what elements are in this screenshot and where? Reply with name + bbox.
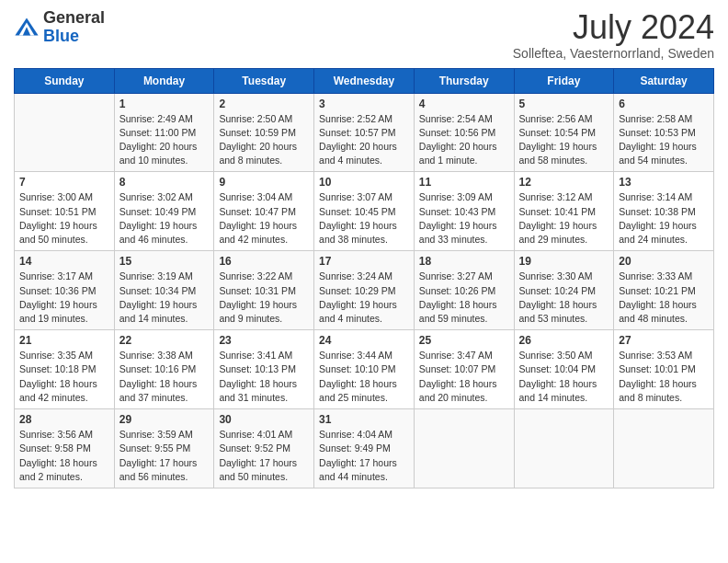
day-number: 18 [419, 255, 509, 268]
calendar-day-cell: 9Sunrise: 3:04 AMSunset: 10:47 PMDayligh… [214, 172, 314, 251]
day-info: Sunrise: 3:53 AMSunset: 10:01 PMDaylight… [619, 349, 709, 405]
calendar-week-row: 21Sunrise: 3:35 AMSunset: 10:18 PMDaylig… [15, 330, 714, 409]
day-info: Sunrise: 3:22 AMSunset: 10:31 PMDaylight… [219, 270, 309, 326]
day-number: 14 [19, 255, 109, 268]
dow-header: Thursday [414, 68, 514, 93]
day-info: Sunrise: 2:58 AMSunset: 10:53 PMDaylight… [619, 112, 709, 168]
day-info: Sunrise: 3:24 AMSunset: 10:29 PMDaylight… [319, 270, 409, 326]
day-number: 31 [319, 413, 409, 426]
calendar-day-cell: 8Sunrise: 3:02 AMSunset: 10:49 PMDayligh… [114, 172, 214, 251]
calendar-day-cell: 11Sunrise: 3:09 AMSunset: 10:43 PMDaylig… [414, 172, 514, 251]
day-info: Sunrise: 3:09 AMSunset: 10:43 PMDaylight… [419, 190, 509, 247]
calendar-day-cell: 23Sunrise: 3:41 AMSunset: 10:13 PMDaylig… [214, 330, 314, 409]
day-info: Sunrise: 4:01 AMSunset: 9:52 PMDaylight:… [219, 428, 309, 484]
calendar-day-cell: 13Sunrise: 3:14 AMSunset: 10:38 PMDaylig… [614, 172, 714, 251]
calendar-day-cell: 28Sunrise: 3:56 AMSunset: 9:58 PMDayligh… [15, 409, 115, 488]
calendar-day-cell: 31Sunrise: 4:04 AMSunset: 9:49 PMDayligh… [314, 409, 415, 488]
day-info: Sunrise: 3:00 AMSunset: 10:51 PMDaylight… [19, 190, 109, 247]
calendar-day-cell: 10Sunrise: 3:07 AMSunset: 10:45 PMDaylig… [314, 172, 415, 251]
calendar-day-cell: 22Sunrise: 3:38 AMSunset: 10:16 PMDaylig… [114, 330, 214, 409]
calendar-day-cell: 3Sunrise: 2:52 AMSunset: 10:57 PMDayligh… [314, 93, 415, 172]
day-info: Sunrise: 3:12 AMSunset: 10:41 PMDaylight… [519, 190, 609, 247]
day-number: 27 [619, 334, 709, 347]
page-header: General Blue July 2024 Solleftea, Vaeste… [14, 9, 714, 61]
day-number: 7 [19, 176, 109, 189]
day-number: 20 [619, 255, 709, 268]
day-info: Sunrise: 3:59 AMSunset: 9:55 PMDaylight:… [119, 428, 210, 484]
day-info: Sunrise: 2:52 AMSunset: 10:57 PMDaylight… [319, 112, 409, 168]
dow-header: Tuesday [214, 68, 314, 93]
calendar-table: SundayMondayTuesdayWednesdayThursdayFrid… [14, 68, 714, 488]
day-number: 26 [519, 334, 609, 347]
day-info: Sunrise: 3:19 AMSunset: 10:34 PMDaylight… [119, 270, 210, 326]
day-info: Sunrise: 2:49 AMSunset: 11:00 PMDaylight… [119, 112, 210, 168]
day-number: 28 [19, 413, 109, 426]
calendar-day-cell: 15Sunrise: 3:19 AMSunset: 10:34 PMDaylig… [114, 251, 214, 330]
day-info: Sunrise: 3:30 AMSunset: 10:24 PMDaylight… [519, 270, 609, 326]
calendar-day-cell: 21Sunrise: 3:35 AMSunset: 10:18 PMDaylig… [15, 330, 115, 409]
calendar-day-cell: 17Sunrise: 3:24 AMSunset: 10:29 PMDaylig… [314, 251, 415, 330]
dow-header: Saturday [614, 68, 714, 93]
calendar-day-cell: 16Sunrise: 3:22 AMSunset: 10:31 PMDaylig… [214, 251, 314, 330]
calendar-day-cell: 4Sunrise: 2:54 AMSunset: 10:56 PMDayligh… [414, 93, 514, 172]
day-number: 22 [119, 334, 210, 347]
day-info: Sunrise: 3:38 AMSunset: 10:16 PMDaylight… [119, 349, 210, 405]
day-info: Sunrise: 3:14 AMSunset: 10:38 PMDaylight… [619, 190, 709, 247]
day-number: 16 [219, 255, 309, 268]
day-number: 30 [219, 413, 309, 426]
day-number: 1 [119, 98, 210, 110]
calendar-day-cell: 19Sunrise: 3:30 AMSunset: 10:24 PMDaylig… [514, 251, 614, 330]
calendar-day-cell [614, 409, 714, 488]
calendar-day-cell: 26Sunrise: 3:50 AMSunset: 10:04 PMDaylig… [514, 330, 614, 409]
logo-icon [14, 15, 40, 40]
day-info: Sunrise: 2:54 AMSunset: 10:56 PMDaylight… [419, 112, 509, 168]
days-of-week-row: SundayMondayTuesdayWednesdayThursdayFrid… [15, 68, 714, 93]
calendar-day-cell [514, 409, 614, 488]
calendar-day-cell: 5Sunrise: 2:56 AMSunset: 10:54 PMDayligh… [514, 93, 614, 172]
day-number: 6 [619, 98, 709, 110]
day-info: Sunrise: 3:35 AMSunset: 10:18 PMDaylight… [19, 349, 109, 405]
day-info: Sunrise: 2:56 AMSunset: 10:54 PMDaylight… [519, 112, 609, 168]
calendar-day-cell: 2Sunrise: 2:50 AMSunset: 10:59 PMDayligh… [214, 93, 314, 172]
day-number: 13 [619, 176, 709, 189]
day-info: Sunrise: 3:17 AMSunset: 10:36 PMDaylight… [19, 270, 109, 326]
day-number: 11 [419, 176, 509, 189]
calendar-day-cell: 25Sunrise: 3:47 AMSunset: 10:07 PMDaylig… [414, 330, 514, 409]
day-number: 2 [219, 98, 309, 110]
day-info: Sunrise: 2:50 AMSunset: 10:59 PMDaylight… [219, 112, 309, 168]
calendar-day-cell: 27Sunrise: 3:53 AMSunset: 10:01 PMDaylig… [614, 330, 714, 409]
day-info: Sunrise: 3:04 AMSunset: 10:47 PMDaylight… [219, 190, 309, 247]
day-info: Sunrise: 3:50 AMSunset: 10:04 PMDaylight… [519, 349, 609, 405]
day-info: Sunrise: 4:04 AMSunset: 9:49 PMDaylight:… [319, 428, 409, 484]
day-info: Sunrise: 3:33 AMSunset: 10:21 PMDaylight… [619, 270, 709, 326]
calendar-body: 1Sunrise: 2:49 AMSunset: 11:00 PMDayligh… [15, 93, 714, 488]
day-number: 24 [319, 334, 409, 347]
day-info: Sunrise: 3:41 AMSunset: 10:13 PMDaylight… [219, 349, 309, 405]
calendar-day-cell [15, 93, 115, 172]
calendar-day-cell: 12Sunrise: 3:12 AMSunset: 10:41 PMDaylig… [514, 172, 614, 251]
day-info: Sunrise: 3:07 AMSunset: 10:45 PMDaylight… [319, 190, 409, 247]
calendar-day-cell: 6Sunrise: 2:58 AMSunset: 10:53 PMDayligh… [614, 93, 714, 172]
calendar-day-cell: 18Sunrise: 3:27 AMSunset: 10:26 PMDaylig… [414, 251, 514, 330]
day-number: 29 [119, 413, 210, 426]
day-info: Sunrise: 3:56 AMSunset: 9:58 PMDaylight:… [19, 428, 109, 484]
logo-text: General Blue [43, 9, 105, 46]
day-number: 12 [519, 176, 609, 189]
day-number: 9 [219, 176, 309, 189]
day-number: 19 [519, 255, 609, 268]
calendar-week-row: 28Sunrise: 3:56 AMSunset: 9:58 PMDayligh… [15, 409, 714, 488]
calendar-day-cell: 7Sunrise: 3:00 AMSunset: 10:51 PMDayligh… [15, 172, 115, 251]
day-info: Sunrise: 3:47 AMSunset: 10:07 PMDaylight… [419, 349, 509, 405]
day-number: 17 [319, 255, 409, 268]
calendar-day-cell: 20Sunrise: 3:33 AMSunset: 10:21 PMDaylig… [614, 251, 714, 330]
calendar-day-cell: 29Sunrise: 3:59 AMSunset: 9:55 PMDayligh… [114, 409, 214, 488]
calendar-day-cell [414, 409, 514, 488]
day-info: Sunrise: 3:27 AMSunset: 10:26 PMDaylight… [419, 270, 509, 326]
logo: General Blue [14, 9, 105, 46]
day-number: 10 [319, 176, 409, 189]
day-number: 21 [19, 334, 109, 347]
day-number: 23 [219, 334, 309, 347]
calendar-day-cell: 14Sunrise: 3:17 AMSunset: 10:36 PMDaylig… [15, 251, 115, 330]
dow-header: Monday [114, 68, 214, 93]
calendar-day-cell: 24Sunrise: 3:44 AMSunset: 10:10 PMDaylig… [314, 330, 415, 409]
